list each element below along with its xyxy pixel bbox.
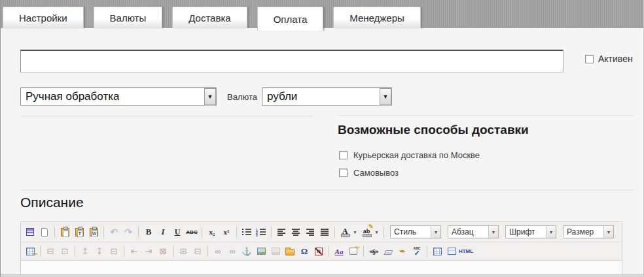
- insert-column-before-icon[interactable]: ⇤: [128, 245, 141, 258]
- font-select[interactable]: Шрифт▾: [505, 225, 556, 238]
- chevron-down-icon[interactable]: ▾: [374, 225, 380, 238]
- toolbar-separator: [75, 246, 75, 257]
- tab-managers[interactable]: Менеджеры: [333, 7, 421, 28]
- tab-settings[interactable]: Настройки: [3, 7, 84, 28]
- remove-formatting-icon[interactable]: [382, 245, 395, 258]
- file-browser-glyph: [285, 249, 295, 255]
- preview-icon[interactable]: [445, 245, 458, 258]
- bold-icon[interactable]: B: [142, 225, 155, 238]
- cleanup-code-glyph: ✒: [399, 247, 406, 256]
- font-select-value: Шрифт: [509, 227, 535, 236]
- highlight-color-icon[interactable]: ab: [360, 225, 373, 238]
- html-source-icon[interactable]: HTML: [459, 245, 473, 258]
- insert-image-glyph: [257, 248, 266, 255]
- subscript-icon[interactable]: x₂: [206, 225, 219, 238]
- image-properties-icon[interactable]: [269, 245, 282, 258]
- chevron-down-icon[interactable]: ▾: [488, 226, 498, 238]
- align-center-icon[interactable]: [289, 225, 302, 238]
- paste-icon[interactable]: [58, 225, 71, 238]
- tab-delivery[interactable]: Доставка: [172, 7, 247, 28]
- style-properties-icon[interactable]: Aa: [332, 245, 346, 258]
- insert-row-after-icon[interactable]: ↧: [93, 245, 106, 258]
- special-character-icon[interactable]: Ω: [298, 245, 311, 258]
- font-size-select[interactable]: Размер▾: [563, 225, 614, 238]
- window-bottom-edge: [1, 274, 643, 277]
- special-character-glyph: Ω: [301, 246, 308, 257]
- rich-text-editor: ↶↷BIUABCx₂x²A▾ab▾Стиль▾Абзац▾Шрифт▾Разме…: [20, 221, 622, 275]
- processing-mode-select[interactable]: Ручная обработка ▼: [20, 88, 217, 106]
- toolbar-separator: [363, 246, 364, 257]
- delivery-option-checkbox[interactable]: [339, 169, 348, 177]
- spellcheck-icon[interactable]: ABC: [410, 245, 423, 258]
- anchor-icon[interactable]: ⚓: [240, 245, 253, 258]
- style-select[interactable]: Стиль▾: [390, 225, 441, 238]
- subscript-glyph: x₂: [209, 228, 215, 236]
- delivery-option[interactable]: Курьерская доставка по Москве: [339, 146, 480, 164]
- merge-cells-icon[interactable]: ⊟: [191, 245, 204, 258]
- active-checkbox-row[interactable]: Активен: [585, 54, 633, 64]
- tab-payment[interactable]: Оплата: [257, 7, 324, 31]
- file-browser-icon[interactable]: [283, 245, 296, 258]
- toolbar-separator: [427, 246, 427, 257]
- text-color-icon[interactable]: A: [338, 225, 351, 238]
- paragraph-select[interactable]: Абзац▾: [448, 225, 499, 238]
- bullet-list-icon[interactable]: [240, 225, 253, 238]
- new-document-icon[interactable]: [38, 225, 51, 238]
- insert-row-before-icon[interactable]: ↥: [79, 245, 92, 258]
- page-break-icon[interactable]: N: [312, 245, 325, 258]
- align-justify-icon[interactable]: [318, 225, 331, 238]
- editor-content[interactable]: [21, 261, 622, 274]
- chevron-down-icon[interactable]: ▾: [352, 225, 358, 238]
- superscript-glyph: x²: [224, 228, 230, 236]
- processing-mode-value: Ручная обработка: [26, 90, 119, 103]
- chevron-down-icon[interactable]: ▼: [380, 88, 391, 105]
- insert-column-after-icon[interactable]: ⇥: [142, 245, 155, 258]
- underline-icon[interactable]: U: [171, 225, 184, 238]
- chevron-down-icon[interactable]: ▾: [431, 226, 440, 238]
- split-cells-glyph: ⊞: [180, 246, 187, 256]
- text-color-glyph: A: [341, 227, 349, 237]
- paste-from-word-icon[interactable]: [87, 225, 100, 238]
- currency-select[interactable]: рубли ▼: [262, 88, 392, 106]
- insert-column-before-glyph: ⇤: [131, 246, 138, 256]
- delivery-option[interactable]: Самовывоз: [339, 164, 480, 182]
- align-left-icon[interactable]: [275, 225, 288, 238]
- toolbar-separator: [334, 227, 335, 238]
- remove-link-icon[interactable]: ∞: [226, 245, 239, 258]
- anchor-glyph: ⚓: [242, 247, 252, 256]
- insert-quotes-icon[interactable]: «§»: [367, 245, 380, 258]
- paste-as-text-icon[interactable]: [73, 225, 86, 238]
- undo-icon[interactable]: ↶: [107, 225, 120, 238]
- active-checkbox[interactable]: [585, 55, 594, 63]
- toggle-guidelines-icon[interactable]: [431, 245, 444, 258]
- tab-currencies[interactable]: Валюты: [94, 7, 163, 28]
- paragraph-select-value: Абзац: [452, 227, 474, 236]
- delete-column-icon[interactable]: ⊠: [156, 245, 170, 258]
- superscript-icon[interactable]: x²: [220, 225, 233, 238]
- save-icon[interactable]: [24, 225, 37, 238]
- insert-image-icon[interactable]: [255, 245, 268, 258]
- paste-as-text-glyph: [75, 228, 84, 236]
- insert-table-icon[interactable]: [24, 245, 37, 258]
- element-properties-icon[interactable]: [347, 245, 360, 258]
- delete-row-icon[interactable]: ⊟: [107, 245, 120, 258]
- redo-icon[interactable]: ↷: [122, 225, 135, 238]
- cleanup-code-icon[interactable]: ✒: [396, 245, 409, 258]
- remove-formatting-glyph: [384, 250, 393, 255]
- table-row-properties-icon[interactable]: ⊟: [44, 245, 57, 258]
- tab-label: Оплата: [274, 14, 308, 25]
- new-document-glyph: [41, 228, 48, 236]
- chevron-down-icon[interactable]: ▼: [204, 88, 216, 105]
- highlight-color-glyph: ab: [363, 227, 371, 237]
- table-cell-properties-icon[interactable]: ⊡: [58, 245, 71, 258]
- numbered-list-icon[interactable]: [255, 225, 268, 238]
- delivery-option-checkbox[interactable]: [339, 151, 348, 159]
- payment-name-input[interactable]: [20, 50, 564, 73]
- insert-link-icon[interactable]: ∞: [211, 245, 224, 258]
- split-cells-icon[interactable]: ⊞: [177, 245, 190, 258]
- chevron-down-icon[interactable]: ▾: [546, 226, 556, 238]
- italic-icon[interactable]: I: [156, 225, 170, 238]
- chevron-down-icon[interactable]: ▾: [603, 226, 613, 238]
- align-right-icon[interactable]: [304, 225, 317, 238]
- strikethrough-icon[interactable]: ABC: [185, 225, 198, 238]
